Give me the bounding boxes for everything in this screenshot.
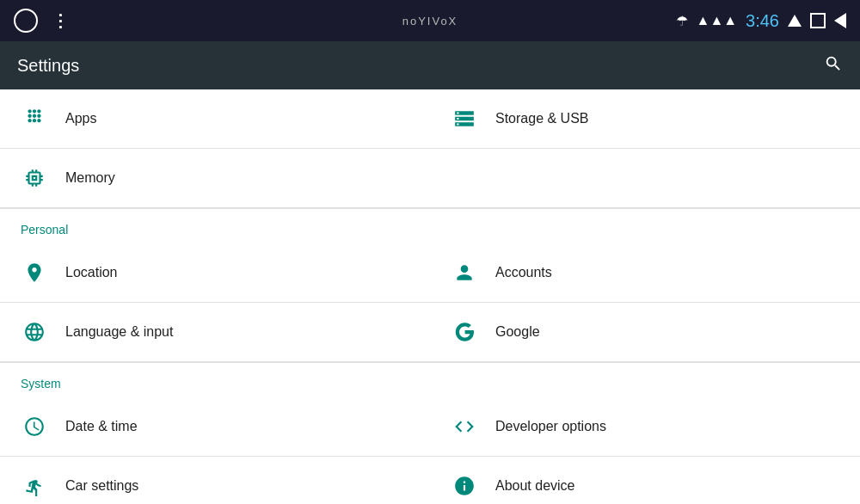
eject-icon [788,15,802,27]
settings-item-memory[interactable]: Memory [0,149,430,208]
more-dots-icon: ⋮ [52,10,69,31]
settings-content: Apps Storage & USB Memory Personal Locat… [0,89,860,504]
accounts-icon [451,259,478,286]
language-icon [21,318,48,346]
time-display: 3:46 [746,11,779,31]
app-bar: Settings [0,41,860,89]
memory-icon [21,164,48,192]
datetime-label: Date & time [65,419,138,434]
google-label: Google [495,324,540,340]
status-bar-right: ☂ ▲▲▲ 3:46 [676,11,846,31]
home-circle-icon [14,9,38,33]
location-icon [21,259,48,286]
storage-label: Storage & USB [495,111,589,126]
apps-icon [21,105,48,132]
section-header-personal: Personal [0,208,860,243]
settings-item-developer[interactable]: Developer options [430,397,860,457]
language-label: Language & input [65,324,173,340]
settings-item-location[interactable]: Location [0,243,430,303]
memory-label: Memory [65,170,115,186]
brand-logo: noYIVoX [402,14,458,28]
settings-item-carsettings[interactable]: Car settings [0,457,430,504]
settings-item-accounts[interactable]: Accounts [430,243,860,303]
recent-apps-icon [810,13,826,28]
settings-item-storage[interactable]: Storage & USB [430,89,860,149]
search-button[interactable] [824,54,843,77]
settings-item-google[interactable]: Google [430,303,860,362]
accounts-label: Accounts [495,265,552,280]
developer-label: Developer options [495,419,606,434]
clock-icon [21,413,48,440]
settings-item-language[interactable]: Language & input [0,303,430,362]
status-bar: ⋮ noYIVoX ☂ ▲▲▲ 3:46 [0,0,860,41]
location-label: Location [65,265,118,280]
settings-grid: Apps Storage & USB Memory Personal Locat… [0,89,860,504]
car-icon [21,472,48,500]
apps-label: Apps [65,111,96,126]
empty-cell [430,149,860,208]
info-icon [451,472,478,500]
settings-item-datetime[interactable]: Date & time [0,397,430,457]
settings-item-apps[interactable]: Apps [0,89,430,149]
section-header-system: System [0,362,860,397]
wifi-icon: ▲▲▲ [697,13,738,28]
status-bar-left: ⋮ [14,9,69,33]
developer-icon [451,413,478,440]
bluetooth-icon: ☂ [676,13,688,29]
settings-item-aboutdevice[interactable]: About device [430,457,860,504]
google-icon [451,318,478,346]
carsettings-label: Car settings [65,478,138,494]
storage-icon [451,105,478,132]
back-icon [834,13,846,28]
page-title: Settings [17,56,79,76]
aboutdevice-label: About device [495,478,575,494]
